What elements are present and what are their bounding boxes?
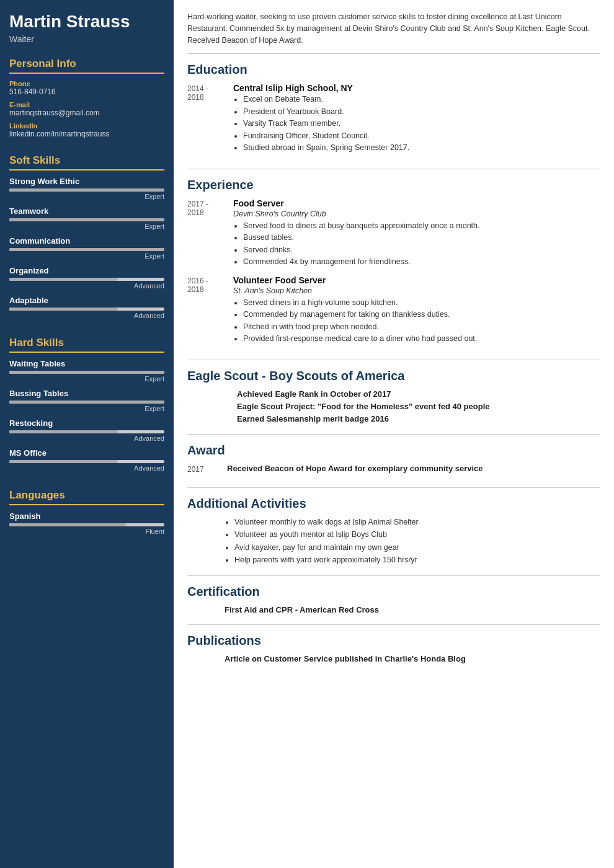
activities-section: Additional Activities Volunteer monthly … — [187, 497, 600, 576]
award-row-1: 2017 Received Beacon of Hope Award for e… — [187, 464, 600, 474]
languages-section: Languages Spanish Fluent — [0, 483, 174, 546]
email-label: E-mail — [9, 101, 164, 108]
edu-bullet-1: Excel on Debate Team. — [243, 94, 600, 105]
summary-text: Hard-working waiter, seeking to use prov… — [187, 11, 600, 54]
exp2-dates: 2016 -2018 — [187, 275, 225, 346]
hard-skills-title: Hard Skills — [9, 337, 164, 353]
personal-info-section: Personal Info Phone 516-849-0716 E-mail … — [0, 51, 174, 148]
experience-title: Experience — [187, 178, 600, 192]
eagle-scout-item-1: Achieved Eagle Rank in October of 2017 — [237, 389, 600, 399]
skill-teamwork: Teamwork Expert — [9, 206, 164, 230]
eagle-scout-section: Eagle Scout - Boy Scouts of America Achi… — [187, 369, 600, 435]
activity-2: Volunteer as youth mentor at Islip Boys … — [234, 529, 600, 541]
linkedin-label: LinkedIn — [9, 122, 164, 130]
eagle-scout-item-3: Earned Salesmanship merit badge 2016 — [237, 414, 600, 423]
education-section: Education 2014 -2018 Central Islip High … — [187, 63, 600, 169]
phone-value: 516-849-0716 — [9, 87, 164, 96]
sidebar: Martin Strauss Waiter Personal Info Phon… — [0, 0, 174, 868]
skill-organized: Organized Advanced — [9, 266, 164, 290]
exp1-bullet-4: Commended 4x by management for friendlin… — [243, 257, 600, 268]
linkedin-value: linkedin.com/in/martinqstrauss — [9, 130, 164, 138]
publications-title: Publications — [187, 634, 600, 648]
eagle-scout-item-2: Eagle Scout Project: "Food for the Homel… — [237, 402, 600, 411]
main-content: Hard-working waiter, seeking to use prov… — [174, 0, 614, 868]
edu-bullet-3: Varsity Track Team member. — [243, 118, 600, 130]
email-item: E-mail martinqstrauss@gmail.com — [9, 101, 164, 117]
education-content: Central Islip High School, NY Excel on D… — [233, 83, 600, 155]
eagle-scout-title: Eagle Scout - Boy Scouts of America — [187, 369, 600, 383]
activity-3: Avid kayaker, pay for and maintain my ow… — [234, 542, 600, 554]
skill-ms-office: MS Office Advanced — [9, 448, 164, 472]
experience-row-2: 2016 -2018 Volunteer Food Server St. Ann… — [187, 275, 600, 346]
exp2-bullets: Served diners in a high-volume soup kitc… — [233, 298, 600, 345]
skill-strong-work-ethic: Strong Work Ethic Expert — [9, 177, 164, 200]
education-bullets: Excel on Debate Team. President of Yearb… — [233, 94, 600, 154]
exp1-bullets: Served food to diners at busy banquets a… — [233, 221, 600, 268]
education-row: 2014 -2018 Central Islip High School, NY… — [187, 83, 600, 155]
eagle-scout-items: Achieved Eagle Rank in October of 2017 E… — [187, 389, 600, 423]
exp2-bullet-4: Provided first-response medical care to … — [243, 334, 600, 345]
education-title: Education — [187, 63, 600, 77]
candidate-name: Martin Strauss — [9, 12, 164, 32]
exp2-bullet-2: Commended by management for taking on th… — [243, 309, 600, 321]
exp1-bullet-2: Bussed tables. — [243, 232, 600, 244]
exp1-title: Food Server — [233, 198, 600, 208]
activities-list: Volunteer monthly to walk dogs at Islip … — [187, 517, 600, 566]
exp2-content: Volunteer Food Server St. Ann's Soup Kit… — [233, 275, 600, 346]
experience-row-1: 2017 -2018 Food Server Devin Shiro's Cou… — [187, 198, 600, 269]
languages-title: Languages — [9, 489, 164, 505]
exp2-bullet-3: Pitched in with food prep when needed. — [243, 322, 600, 333]
award-text: Received Beacon of Hope Award for exempl… — [227, 464, 483, 474]
certification-text: First Aid and CPR - American Red Cross — [225, 605, 600, 614]
certification-section: Certification First Aid and CPR - Americ… — [187, 585, 600, 625]
edu-bullet-2: President of Yearbook Board. — [243, 107, 600, 118]
exp1-bullet-1: Served food to diners at busy banquets a… — [243, 221, 600, 232]
award-section: Award 2017 Received Beacon of Hope Award… — [187, 443, 600, 488]
skill-spanish: Spanish Fluent — [9, 512, 164, 535]
experience-section: Experience 2017 -2018 Food Server Devin … — [187, 178, 600, 360]
exp1-dates: 2017 -2018 — [187, 198, 225, 269]
exp2-bullet-1: Served diners in a high-volume soup kitc… — [243, 298, 600, 309]
certification-content: First Aid and CPR - American Red Cross — [187, 605, 600, 614]
email-value: martinqstrauss@gmail.com — [9, 108, 164, 117]
exp2-title: Volunteer Food Server — [233, 275, 600, 285]
skill-bussing-tables: Bussing Tables Expert — [9, 389, 164, 412]
activity-1: Volunteer monthly to walk dogs at Islip … — [234, 517, 600, 528]
activity-4: Help parents with yard work approximatel… — [234, 555, 600, 566]
award-year: 2017 — [187, 464, 218, 474]
personal-info-title: Personal Info — [9, 58, 164, 74]
publications-content: Article on Customer Service published in… — [187, 654, 600, 663]
phone-label: Phone — [9, 80, 164, 87]
hard-skills-section: Hard Skills Waiting Tables Expert Bussin… — [0, 330, 174, 483]
education-institution: Central Islip High School, NY — [233, 83, 600, 93]
edu-bullet-5: Studied abroad in Spain, Spring Semester… — [243, 143, 600, 154]
skill-adaptable: Adaptable Advanced — [9, 296, 164, 319]
certification-title: Certification — [187, 585, 600, 599]
skill-waiting-tables: Waiting Tables Expert — [9, 359, 164, 383]
sidebar-header: Martin Strauss Waiter — [0, 0, 174, 51]
linkedin-item: LinkedIn linkedin.com/in/martinqstrauss — [9, 122, 164, 138]
activities-bullets: Volunteer monthly to walk dogs at Islip … — [225, 517, 600, 566]
exp1-bullet-3: Served drinks. — [243, 245, 600, 256]
award-title: Award — [187, 443, 600, 458]
exp1-company: Devin Shiro's Country Club — [233, 210, 600, 218]
publication-text: Article on Customer Service published in… — [225, 654, 600, 663]
soft-skills-title: Soft Skills — [9, 154, 164, 170]
education-dates: 2014 -2018 — [187, 83, 225, 155]
publications-section: Publications Article on Customer Service… — [187, 634, 600, 673]
soft-skills-section: Soft Skills Strong Work Ethic Expert Tea… — [0, 148, 174, 330]
candidate-title: Waiter — [9, 34, 164, 44]
skill-restocking: Restocking Advanced — [9, 418, 164, 442]
exp2-company: St. Ann's Soup Kitchen — [233, 286, 600, 295]
phone-item: Phone 516-849-0716 — [9, 80, 164, 96]
skill-communication: Communication Expert — [9, 236, 164, 260]
activities-title: Additional Activities — [187, 497, 600, 511]
exp1-content: Food Server Devin Shiro's Country Club S… — [233, 198, 600, 269]
edu-bullet-4: Fundraising Officer, Student Council. — [243, 131, 600, 142]
